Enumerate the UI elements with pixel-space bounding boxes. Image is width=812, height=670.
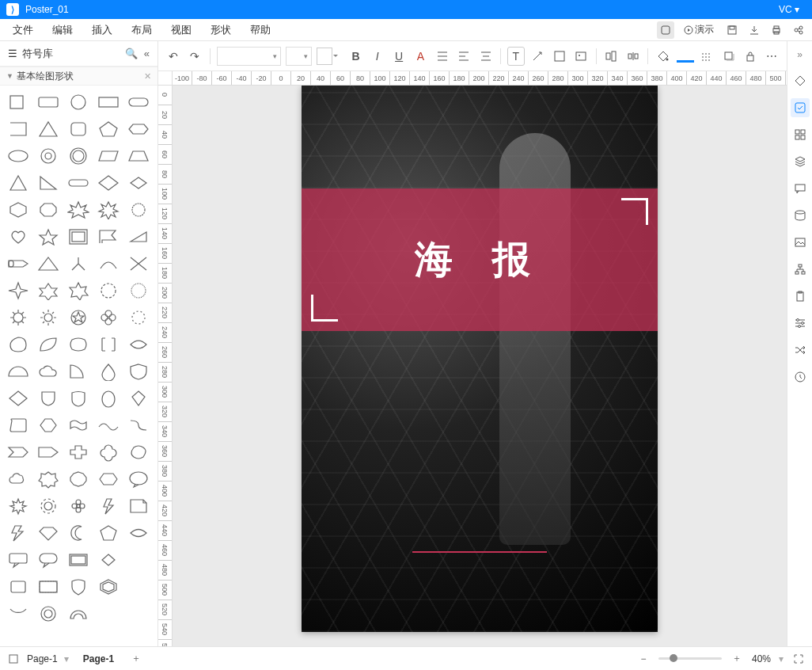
shape-wave-rect[interactable] <box>65 413 92 437</box>
shape-border-rect[interactable] <box>65 548 92 572</box>
shape-frame[interactable] <box>65 225 92 249</box>
line-color-button[interactable] <box>677 47 694 66</box>
shape-leaf[interactable] <box>35 333 62 356</box>
shape-octagon[interactable] <box>35 198 62 222</box>
font-family-combo[interactable]: ▾ <box>217 47 281 66</box>
poster-page[interactable]: 海 报 <box>302 86 658 632</box>
shape-semicircle[interactable] <box>5 360 32 383</box>
shape-gem[interactable] <box>35 521 62 545</box>
shape-arc[interactable] <box>95 252 122 276</box>
menu-layout[interactable]: 布局 <box>123 20 160 40</box>
shape-hex-outline[interactable] <box>95 575 122 599</box>
shape-lens[interactable] <box>125 333 152 356</box>
shape-zigzag-circle[interactable] <box>125 279 152 303</box>
shape-flower[interactable] <box>95 306 122 329</box>
save-icon[interactable] <box>723 21 741 39</box>
distribute-button[interactable] <box>624 47 641 66</box>
shape-ellipse[interactable] <box>5 144 32 168</box>
shape-hexagon[interactable] <box>5 198 32 222</box>
shuffle-icon[interactable] <box>791 341 810 360</box>
line-style-button[interactable] <box>699 47 715 66</box>
fill-button[interactable] <box>655 47 671 66</box>
shape-star8[interactable] <box>95 198 122 222</box>
menu-edit[interactable]: 编辑 <box>44 20 81 40</box>
shape-shield2[interactable] <box>35 386 62 410</box>
shape-rounded-hex[interactable] <box>95 467 122 491</box>
shape-bracket[interactable] <box>95 333 122 356</box>
shape-parallelogram[interactable] <box>95 144 122 168</box>
export-icon[interactable] <box>746 21 763 39</box>
shape-rounded-square[interactable] <box>65 117 92 141</box>
collapse-panel-icon[interactable]: « <box>144 48 150 59</box>
shape-lens2[interactable] <box>125 521 152 545</box>
bold-button[interactable]: B <box>347 47 364 66</box>
shape-callout-rect[interactable] <box>5 548 32 572</box>
shape-wave[interactable] <box>95 413 122 437</box>
clipboard-icon[interactable] <box>791 287 810 306</box>
shape-insert-button[interactable] <box>551 47 567 66</box>
shape-square2[interactable] <box>5 575 32 599</box>
shape-hex-tall[interactable] <box>35 413 62 437</box>
zoom-value[interactable]: 40% <box>752 653 771 664</box>
zoom-out-button[interactable]: − <box>636 652 651 666</box>
shape-cross-lines[interactable] <box>125 252 152 276</box>
shape-arrow-tag[interactable] <box>5 440 32 464</box>
layers-icon[interactable] <box>791 152 810 171</box>
shape-cloud[interactable] <box>35 360 62 383</box>
shape-capsule[interactable] <box>65 171 92 195</box>
shape-chevron[interactable] <box>35 440 62 464</box>
text-align-v-button[interactable] <box>434 47 450 66</box>
menu-insert[interactable]: 插入 <box>84 20 120 40</box>
shape-blank3[interactable] <box>95 602 122 626</box>
text-tool-button[interactable]: T <box>507 47 525 66</box>
shape-tripod[interactable] <box>65 252 92 276</box>
shape-shield3[interactable] <box>65 575 92 599</box>
comment-icon[interactable] <box>791 179 810 198</box>
menu-view[interactable]: 视图 <box>163 20 199 40</box>
page-tab[interactable]: Page-1 <box>75 650 122 668</box>
shape-teardrop[interactable] <box>5 333 32 356</box>
shape-pentagon-tall[interactable] <box>95 521 122 545</box>
shape-diamond[interactable] <box>95 171 122 195</box>
shape-double-rect[interactable] <box>35 575 62 599</box>
fullscreen-button[interactable] <box>791 652 806 666</box>
undo-button[interactable]: ↶ <box>165 47 181 66</box>
shape-star4[interactable] <box>5 279 32 303</box>
shape-square[interactable] <box>5 90 32 114</box>
add-page-button[interactable]: ＋ <box>128 651 144 667</box>
shape-arc-bottom[interactable] <box>5 602 32 626</box>
search-icon[interactable]: 🔍 <box>125 48 138 59</box>
shape-cloud-burst[interactable] <box>125 198 152 222</box>
shape-flower2[interactable] <box>65 494 92 518</box>
shape-kite[interactable] <box>125 386 152 410</box>
shape-spiky[interactable] <box>5 494 32 518</box>
shape-rounded-rect[interactable] <box>35 90 62 114</box>
shape-open-rect[interactable] <box>5 117 32 141</box>
shape-note[interactable] <box>125 494 152 518</box>
more-button[interactable]: ⋯ <box>764 47 780 66</box>
shadow-button[interactable] <box>720 47 737 66</box>
record-button[interactable] <box>657 21 674 39</box>
shape-egg[interactable] <box>95 386 122 410</box>
shape-triangle[interactable] <box>35 117 62 141</box>
shape-moon[interactable] <box>65 521 92 545</box>
shape-cross[interactable] <box>65 440 92 464</box>
tree-icon[interactable] <box>791 260 810 279</box>
menu-shape[interactable]: 形状 <box>203 20 239 40</box>
shape-wedge[interactable] <box>125 225 152 249</box>
shape-hexagon-flat[interactable] <box>125 117 152 141</box>
shape-tag[interactable] <box>5 252 32 276</box>
shape-cloud-outline[interactable] <box>5 467 32 491</box>
zoom-dropdown[interactable]: ▾ <box>779 653 784 664</box>
history-icon[interactable] <box>791 367 810 386</box>
shape-heart[interactable] <box>5 225 32 249</box>
shape-rhombus[interactable] <box>125 171 152 195</box>
shape-burst[interactable] <box>65 198 92 222</box>
section-header[interactable]: ▼ 基本绘图形状 ✕ <box>0 67 157 86</box>
fill-color-swatch[interactable] <box>317 48 332 65</box>
shape-iso-triangle[interactable] <box>5 171 32 195</box>
connector-button[interactable] <box>529 47 546 66</box>
shape-badge[interactable] <box>65 306 92 329</box>
shape-callout-round[interactable] <box>35 548 62 572</box>
shape-crest[interactable] <box>65 386 92 410</box>
